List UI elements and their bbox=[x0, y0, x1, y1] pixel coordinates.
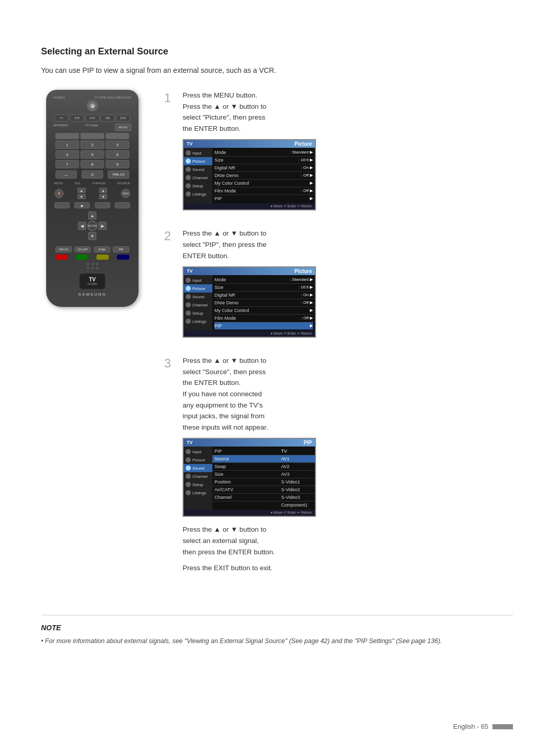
s3-sidebar-picture[interactable]: Picture bbox=[184, 456, 212, 464]
steps-area: 1 Press the MENU button.Press the ▲ or ▼… bbox=[164, 90, 513, 594]
s2-dnie-label: DNIe Demo bbox=[214, 300, 239, 305]
tv-guide-guide-text: GUIDE bbox=[87, 282, 97, 285]
btn-3[interactable]: 3 bbox=[106, 141, 129, 149]
tv-btn[interactable]: TV bbox=[54, 114, 69, 122]
d-net-btn[interactable]: D-Net bbox=[94, 246, 110, 253]
vcr-btn[interactable]: VCR bbox=[85, 114, 100, 122]
btn-9[interactable]: 9 bbox=[106, 160, 129, 168]
s2-picture-icon bbox=[186, 286, 191, 291]
enter-button[interactable]: ENTER bbox=[87, 221, 97, 231]
stb-btn[interactable]: STB bbox=[70, 114, 84, 122]
cable-btn[interactable]: CBL bbox=[101, 114, 115, 122]
s2-dnr-label: Digital NR bbox=[214, 293, 235, 298]
s3-sidebar-listings[interactable]: Listings bbox=[184, 489, 212, 497]
sidebar-setup[interactable]: Setup bbox=[184, 182, 212, 190]
btn-5[interactable]: 5 bbox=[81, 150, 104, 159]
sidebar-input[interactable]: Input bbox=[184, 149, 212, 157]
s2-film-value: : Off ▶ bbox=[301, 316, 313, 321]
s3-sound-icon bbox=[186, 466, 191, 471]
source-button[interactable]: SRC bbox=[121, 189, 130, 198]
mode-button[interactable]: MODE bbox=[115, 124, 131, 131]
nav-down-button[interactable]: ▼ bbox=[88, 232, 96, 240]
s2-dnr-value: : On ▶ bbox=[301, 293, 313, 298]
dvd-btn[interactable]: DVD bbox=[116, 114, 130, 122]
s2-menu-row-pip: PIP ▶ bbox=[214, 322, 313, 329]
vol-down[interactable]: ▼ bbox=[77, 194, 86, 199]
yellow-button[interactable] bbox=[96, 255, 109, 260]
tv-guide-button[interactable]: TV GUIDE bbox=[80, 274, 105, 289]
chpage-label: CH/PAGE bbox=[92, 182, 106, 185]
pip-swap-value: AV2 bbox=[279, 463, 315, 470]
nav-left-button[interactable]: ◀ bbox=[78, 222, 86, 230]
s3-listings-icon bbox=[186, 490, 191, 495]
tvguide-btn[interactable] bbox=[81, 133, 104, 139]
power-button[interactable]: ⏻ bbox=[87, 100, 98, 111]
s3-sidebar-channel[interactable]: Channel bbox=[184, 472, 212, 480]
btn-8[interactable]: 8 bbox=[81, 160, 104, 168]
btn-4[interactable]: 4 bbox=[55, 150, 79, 159]
vol-up[interactable]: ▲ bbox=[77, 188, 86, 193]
ch-up[interactable]: ▲ bbox=[99, 188, 107, 193]
pip-btn[interactable]: PIP bbox=[113, 246, 129, 253]
ch-down[interactable]: ▼ bbox=[99, 194, 107, 199]
note-title: NOTE bbox=[41, 624, 513, 632]
sidebar-listings[interactable]: Listings bbox=[184, 190, 212, 198]
btn-6[interactable]: 6 bbox=[106, 150, 129, 159]
func-btn4[interactable] bbox=[115, 202, 130, 208]
s2-sidebar-listings[interactable]: Listings bbox=[184, 317, 212, 325]
red-button[interactable] bbox=[55, 255, 68, 260]
dot3 bbox=[96, 263, 98, 265]
mute-button[interactable]: 🔇 bbox=[54, 189, 64, 198]
s2-sidebar-sound[interactable]: Sound bbox=[184, 293, 212, 301]
menu-row-dnie: DNIe Demo : Off ▶ bbox=[214, 172, 313, 180]
func-btn3[interactable] bbox=[95, 202, 110, 208]
s3-sidebar-input[interactable]: Input bbox=[184, 448, 212, 456]
fav-ch-btn[interactable]: FAV CH bbox=[55, 246, 72, 253]
btn-7[interactable]: 7 bbox=[55, 160, 79, 168]
sidebar-sound[interactable]: Sound bbox=[184, 165, 212, 173]
pip-aircatv-value: S-Video2 bbox=[279, 486, 315, 493]
btn-dash[interactable]: — bbox=[55, 170, 77, 179]
s2-sidebar-setup[interactable]: Setup bbox=[184, 309, 212, 317]
menu-row-mode: Mode : Standard ▶ bbox=[214, 149, 313, 157]
btn-prech[interactable]: PRE-CH bbox=[108, 170, 129, 179]
s3-sidebar-setup[interactable]: Setup bbox=[184, 480, 212, 489]
s2-sidebar-channel[interactable]: Channel bbox=[184, 301, 212, 309]
dnr-value: : On ▶ bbox=[301, 165, 313, 170]
btn-1[interactable]: 1 bbox=[55, 141, 79, 149]
setup-icon bbox=[186, 183, 191, 188]
listings-icon bbox=[186, 191, 191, 197]
source-row: TV STB VCR CBL DVD bbox=[51, 114, 133, 122]
pip-col-label: PIP bbox=[212, 448, 279, 455]
green-button[interactable] bbox=[76, 255, 88, 260]
func-btn1[interactable] bbox=[54, 202, 70, 208]
btn-2[interactable]: 2 bbox=[81, 141, 104, 149]
nav-right-button[interactable]: ▶ bbox=[98, 222, 107, 230]
pip-col-value: TV bbox=[279, 448, 315, 455]
screen1-header-right: Picture bbox=[294, 141, 312, 147]
antenna-btn[interactable] bbox=[55, 133, 79, 139]
mode-mini-btn[interactable] bbox=[106, 133, 129, 139]
brand-label: SAMSUNG bbox=[51, 292, 133, 297]
ch-list-btn[interactable]: CH LIST bbox=[74, 246, 91, 253]
dot5 bbox=[91, 267, 94, 269]
sidebar-channel[interactable]: Channel bbox=[184, 173, 212, 182]
sidebar-picture[interactable]: Picture bbox=[184, 157, 212, 165]
s2-sidebar-input[interactable]: Input bbox=[184, 276, 212, 284]
vol-ch-row: MUTE VOL CH/PAGE SOURCE bbox=[51, 182, 133, 185]
page-bar bbox=[492, 724, 513, 729]
antenna-row: ANTENNA TV Guide MODE bbox=[51, 124, 133, 131]
pip-size-label: Size bbox=[212, 471, 279, 478]
pip-extra-row: Component1 bbox=[212, 501, 315, 509]
menu-row-dnr: Digital NR : On ▶ bbox=[214, 164, 313, 172]
func-btn2[interactable]: ▶ bbox=[74, 202, 90, 208]
btn-0[interactable]: 0 bbox=[82, 170, 103, 179]
nav-up-button[interactable]: ▲ bbox=[88, 211, 96, 220]
s2-sidebar-picture[interactable]: Picture bbox=[184, 284, 212, 293]
step-3-extra2: Press the EXIT button to exit. bbox=[183, 563, 513, 574]
blue-button[interactable] bbox=[117, 255, 129, 260]
remote-top-label: POWER TV STB VCR CABLE DVD bbox=[51, 96, 133, 99]
s3-sidebar-sound[interactable]: Sound bbox=[184, 464, 212, 472]
menu-row-film: Film Mode : Off ▶ bbox=[214, 187, 313, 195]
s3-input-icon bbox=[186, 449, 191, 454]
